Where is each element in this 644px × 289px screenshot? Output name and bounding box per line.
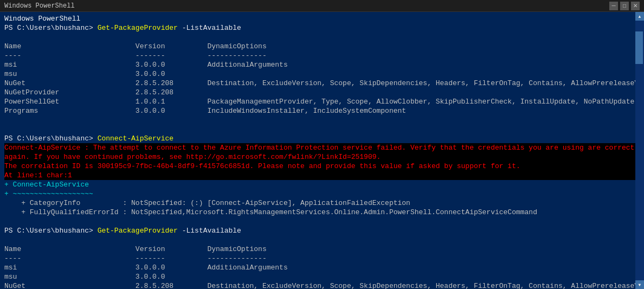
maximize-button[interactable]: □ [620, 2, 629, 10]
terminal-line: ---- ------- -------------- [4, 254, 640, 263]
terminal-line [4, 217, 640, 226]
title-bar-text: Windows PowerShell [4, 2, 75, 10]
scrollbar[interactable]: ▲ ▼ [635, 12, 644, 289]
terminal-line: Name Version DynamicOptions [4, 245, 640, 254]
terminal-line: PowerShellGet 1.0.0.1 PackageManagementP… [4, 97, 640, 106]
terminal-line: msi 3.0.0.0 AdditionalArguments [4, 263, 640, 272]
terminal-line: PS C:\Users\bhushanc> Connect-AipService [4, 134, 640, 143]
terminal-line [4, 33, 640, 42]
cmd-prompt: PS C:\Users\bhushanc> [4, 134, 98, 143]
terminal-window: Windows PowerShell ─ □ ✕ Windows PowerSh… [0, 0, 644, 289]
terminal-line: NuGet 2.8.5.208 Destination, ExcludeVers… [4, 281, 640, 289]
terminal-line: PS C:\Users\bhushanc> Get-PackageProvide… [4, 23, 640, 33]
terminal-line: PS C:\Users\bhushanc> Get-PackageProvide… [4, 226, 640, 235]
terminal-line: The correlation ID is 300195c9-7fbc-46b4… [4, 162, 640, 171]
terminal-line: + FullyQualifiedErrorId : NotSpecified,M… [4, 208, 640, 217]
cmd-name: Connect-AipService [98, 134, 173, 143]
terminal-content: Windows PowerShellPS C:\Users\bhushanc> … [0, 12, 644, 289]
terminal-line: NuGetProvider 2.8.5.208 [4, 88, 640, 97]
scroll-up-button[interactable]: ▲ [635, 12, 644, 21]
title-bar: Windows PowerShell ─ □ ✕ [0, 0, 644, 12]
terminal-line: ---- ------- -------------- [4, 51, 640, 60]
terminal-line: Name Version DynamicOptions [4, 42, 640, 51]
terminal-line: + CategoryInfo : NotSpecified: (:) [Conn… [4, 198, 640, 208]
terminal-line: Windows PowerShell [4, 14, 640, 23]
terminal-line: msu 3.0.0.0 [4, 272, 640, 281]
terminal-line: msi 3.0.0.0 AdditionalArguments [4, 60, 640, 69]
terminal-line: NuGet 2.8.5.208 Destination, ExcludeVers… [4, 79, 640, 88]
terminal-line: At line:1 char:1 [4, 171, 640, 180]
terminal-line: Programs 3.0.0.0 IncludeWindowsInstaller… [4, 106, 640, 115]
terminal-line: Connect-AipService : The attempt to conn… [4, 143, 640, 152]
terminal-line: again. If you have continued problems, s… [4, 152, 640, 162]
terminal-line [4, 125, 640, 134]
scrollbar-thumb[interactable] [635, 31, 643, 64]
terminal-line: + ~~~~~~~~~~~~~~~~~~~ [4, 189, 640, 198]
cmd-name: Get-PackageProvider [98, 24, 178, 32]
minimize-button[interactable]: ─ [609, 2, 618, 10]
cmd-name: Get-PackageProvider [98, 227, 178, 235]
scroll-down-button[interactable]: ▼ [635, 280, 644, 289]
title-bar-controls: ─ □ ✕ [609, 2, 640, 10]
cmd-prompt: PS C:\Users\bhushanc> [4, 227, 98, 235]
terminal-line [4, 115, 640, 125]
cmd-param: -ListAvailable [178, 227, 241, 235]
close-button[interactable]: ✕ [631, 2, 640, 10]
scrollbar-track[interactable] [635, 21, 644, 280]
terminal-line: + Connect-AipService [4, 180, 640, 189]
terminal-line [4, 235, 640, 245]
terminal-line: msu 3.0.0.0 [4, 69, 640, 79]
cmd-prompt: PS C:\Users\bhushanc> [4, 24, 98, 32]
cmd-param: -ListAvailable [178, 24, 241, 32]
